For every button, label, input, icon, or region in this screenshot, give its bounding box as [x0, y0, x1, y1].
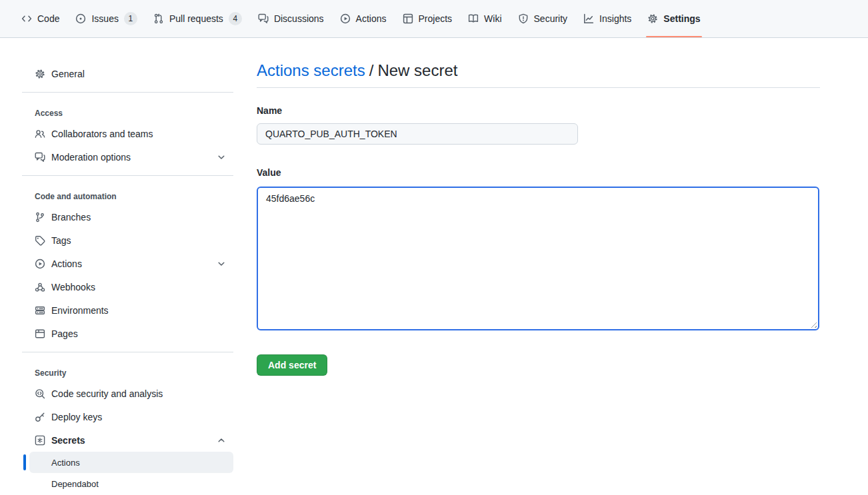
chevron-down-icon	[216, 152, 227, 163]
breadcrumb-current: New secret	[377, 61, 457, 79]
server-icon	[35, 305, 45, 316]
tab-settings[interactable]: Settings	[642, 9, 705, 29]
active-tab-indicator	[646, 36, 701, 37]
sidebar-section-title-code-and-automation: Code and automation	[22, 183, 233, 205]
tab-label: Pull requests	[169, 13, 223, 24]
sidebar-item-moderation-options[interactable]: Moderation options	[22, 145, 233, 169]
tab-insights[interactable]: Insights	[578, 9, 637, 29]
browser-icon	[35, 328, 45, 339]
sidebar-item-tags[interactable]: Tags	[22, 229, 233, 252]
sidebar-item-general[interactable]: General	[22, 62, 233, 85]
book-icon	[468, 13, 479, 24]
settings-sidebar: General Access Collaborators and teams M…	[22, 57, 233, 494]
sidebar-item-branches[interactable]: Branches	[22, 205, 233, 229]
sidebar-item-deploy-keys[interactable]: Deploy keys	[22, 405, 233, 428]
sidebar-item-label: Environments	[51, 305, 109, 316]
tab-label: Issues	[91, 13, 118, 24]
main-content: Actions secrets/New secret Name Value 45…	[257, 57, 820, 376]
issue-opened-icon	[75, 13, 86, 24]
git-pull-request-icon	[153, 13, 164, 24]
sidebar-item-label: Code security and analysis	[51, 388, 163, 399]
sidebar-subitem-label: Dependabot	[51, 479, 99, 489]
value-field-label: Value	[257, 166, 820, 180]
tab-projects[interactable]: Projects	[397, 9, 458, 29]
gear-icon	[35, 69, 45, 79]
issues-count-badge: 1	[124, 12, 137, 25]
webhook-icon	[35, 282, 45, 292]
sidebar-section-title-access: Access	[22, 99, 233, 122]
secret-name-input[interactable]	[257, 123, 578, 145]
table-icon	[403, 13, 413, 24]
sidebar-item-label: Deploy keys	[51, 412, 102, 422]
tab-label: Insights	[599, 13, 631, 24]
add-secret-button[interactable]: Add secret	[257, 354, 327, 376]
pull-requests-count-badge: 4	[229, 12, 242, 25]
sidebar-item-label: Actions	[51, 258, 82, 269]
graph-icon	[583, 13, 594, 24]
sidebar-divider	[22, 175, 233, 176]
git-branch-icon	[35, 212, 45, 223]
sidebar-item-label: General	[51, 69, 85, 79]
sidebar-item-label: Tags	[51, 235, 71, 246]
secret-value-wrap: 45fd6ae56c	[257, 187, 819, 330]
tab-label: Security	[534, 13, 568, 24]
sidebar-item-label: Webhooks	[51, 282, 95, 292]
sidebar-divider	[22, 92, 233, 93]
people-icon	[35, 129, 45, 139]
tab-label: Actions	[356, 13, 387, 24]
tab-label: Wiki	[484, 13, 501, 24]
tab-security[interactable]: Security	[513, 9, 573, 29]
sidebar-item-actions[interactable]: Actions	[22, 252, 233, 275]
key-icon	[35, 412, 45, 422]
sidebar-item-pages[interactable]: Pages	[22, 322, 233, 345]
tab-label: Discussions	[274, 13, 324, 24]
tab-pull-requests[interactable]: Pull requests 4	[148, 9, 247, 29]
sidebar-item-label: Branches	[51, 212, 91, 223]
sidebar-item-webhooks[interactable]: Webhooks	[22, 275, 233, 298]
play-icon	[35, 258, 45, 269]
key-asterisk-icon	[35, 435, 45, 446]
sidebar-item-label: Moderation options	[51, 152, 131, 163]
repo-tab-bar: Code Issues 1 Pull requests 4 Discussion…	[0, 0, 868, 38]
code-icon	[21, 13, 32, 24]
sidebar-section-title-security: Security	[22, 359, 233, 382]
gear-icon	[647, 13, 658, 24]
secret-value-textarea[interactable]: 45fd6ae56c	[257, 187, 819, 330]
heading-divider	[257, 87, 820, 88]
sidebar-item-collaborators-and-teams[interactable]: Collaborators and teams	[22, 122, 233, 145]
tab-actions[interactable]: Actions	[335, 9, 392, 29]
sidebar-subitem-actions-secrets[interactable]: Actions	[29, 452, 233, 473]
chevron-up-icon	[216, 435, 227, 446]
comment-discussion-icon	[35, 152, 45, 163]
sidebar-subitem-dependabot-secrets[interactable]: Dependabot	[29, 473, 233, 494]
tag-icon	[35, 235, 45, 246]
play-icon	[340, 13, 351, 24]
page-title: Actions secrets/New secret	[257, 61, 820, 81]
sidebar-item-code-security-and-analysis[interactable]: Code security and analysis	[22, 382, 233, 405]
active-item-indicator	[23, 454, 26, 470]
sidebar-item-label: Collaborators and teams	[51, 129, 153, 139]
tab-discussions[interactable]: Discussions	[253, 9, 329, 29]
sidebar-subitem-label: Actions	[51, 458, 80, 468]
secrets-sub-list: Actions Dependabot	[29, 452, 233, 494]
sidebar-item-environments[interactable]: Environments	[22, 298, 233, 322]
sidebar-item-secrets[interactable]: Secrets	[22, 428, 233, 452]
tab-issues[interactable]: Issues 1	[70, 9, 142, 29]
shield-icon	[518, 13, 529, 24]
tab-label: Settings	[663, 13, 700, 24]
sidebar-divider	[22, 352, 233, 352]
codescan-icon	[35, 388, 45, 399]
breadcrumb-separator: /	[369, 61, 374, 79]
chevron-down-icon	[216, 258, 227, 269]
tab-label: Projects	[419, 13, 453, 24]
sidebar-item-label: Pages	[51, 328, 78, 339]
tab-wiki[interactable]: Wiki	[463, 9, 507, 29]
tab-code[interactable]: Code	[16, 9, 65, 29]
sidebar-item-label: Secrets	[51, 435, 85, 446]
tab-label: Code	[37, 13, 59, 24]
comment-discussion-icon	[258, 13, 269, 24]
breadcrumb-actions-secrets-link[interactable]: Actions secrets	[257, 61, 365, 79]
name-field-label: Name	[257, 104, 820, 118]
